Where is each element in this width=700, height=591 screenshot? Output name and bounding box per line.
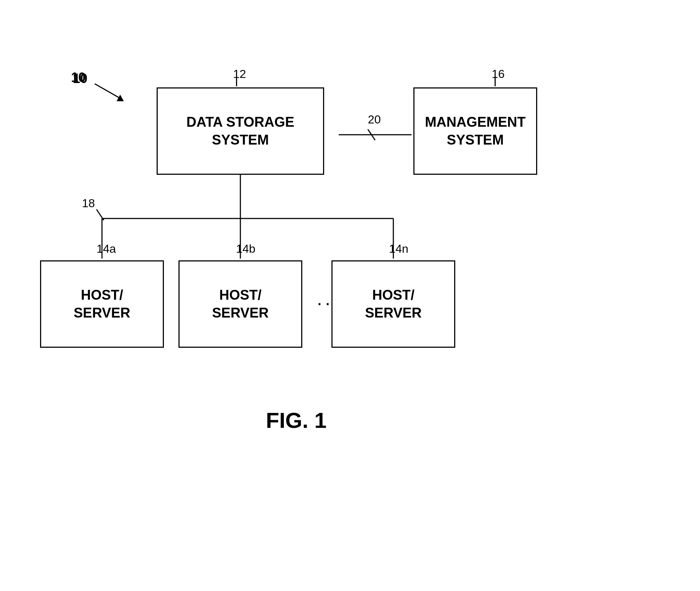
host-a-label: HOST/SERVER [74, 286, 130, 322]
host-n-box: HOST/SERVER [331, 260, 455, 348]
diagram-container: 10 10 12 DATA STORAGESYSTEM 16 MANAGEMEN… [0, 0, 700, 591]
connection-id-label: 20 [368, 113, 381, 126]
host-b-box: HOST/SERVER [178, 260, 302, 348]
id-12-tick [236, 77, 237, 86]
svg-marker-1 [117, 95, 124, 101]
host-b-label: HOST/SERVER [212, 286, 269, 322]
system-id-text: 10 [71, 70, 86, 85]
data-storage-label: DATA STORAGESYSTEM [186, 113, 294, 149]
svg-line-9 [97, 209, 104, 220]
data-storage-id-label: 12 [233, 67, 246, 81]
figure-label: FIG. 1 [266, 408, 327, 433]
host-a-id-label: 14a [97, 242, 116, 256]
svg-line-0 [95, 84, 120, 98]
bus-id-label: 18 [82, 197, 95, 210]
host-n-label: HOST/SERVER [365, 286, 422, 322]
host-n-id-label: 14n [389, 242, 408, 256]
host-b-id-label: 14b [236, 242, 255, 256]
management-box: MANAGEMENTSYSTEM [413, 87, 537, 175]
id-16-tick [495, 77, 496, 86]
host-a-box: HOST/SERVER [40, 260, 164, 348]
svg-line-3 [368, 129, 375, 140]
management-id-label: 16 [492, 67, 505, 81]
management-label: MANAGEMENTSYSTEM [425, 113, 526, 149]
data-storage-box: DATA STORAGESYSTEM [157, 87, 324, 175]
